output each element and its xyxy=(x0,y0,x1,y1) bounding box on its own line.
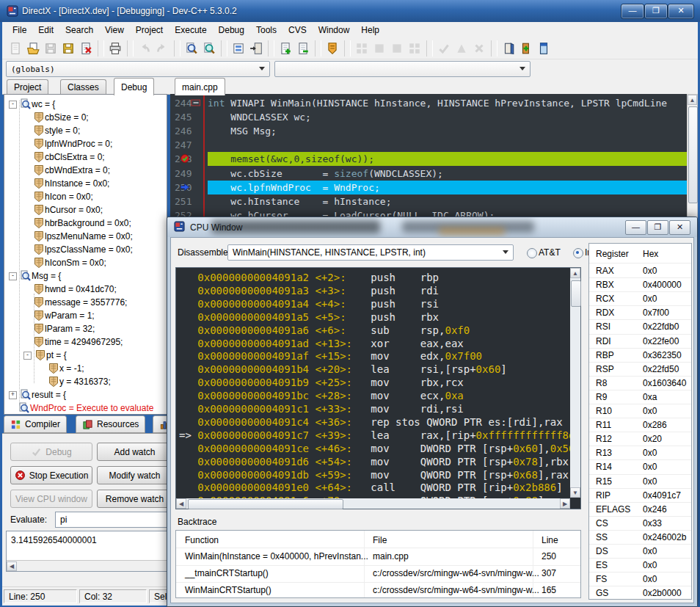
scroll-left-icon[interactable]: ◀ xyxy=(7,561,17,571)
menu-file[interactable]: File xyxy=(7,23,32,37)
watch-item[interactable]: cbSize = 0; xyxy=(23,111,89,124)
swap-editor-icon[interactable] xyxy=(247,40,265,57)
minimize-button[interactable]: — xyxy=(621,4,644,19)
maximize-button[interactable]: ❐ xyxy=(644,4,668,19)
backtrace-table[interactable]: FunctionFileLineWinMain(hInstance = 0x40… xyxy=(175,530,581,598)
watch-item[interactable]: lParam = 32; xyxy=(23,322,95,335)
menu-project[interactable]: Project xyxy=(130,23,169,37)
disasm-address: 0x00000000004091ad <+13>: xyxy=(197,338,371,349)
register-value: 0x2b0000 xyxy=(643,588,682,598)
breakpoint-icon[interactable] xyxy=(180,153,190,166)
register-name: R10 xyxy=(596,406,612,416)
disasm-operand: rsp, xyxy=(420,324,445,336)
menu-edit[interactable]: Edit xyxy=(32,23,59,37)
scroll-left-icon[interactable]: ◀ xyxy=(176,498,186,509)
new-window-icon[interactable] xyxy=(535,40,553,57)
watch-item[interactable]: time = 4294967295; xyxy=(23,335,123,349)
print-icon[interactable] xyxy=(106,40,124,57)
save-all-icon[interactable] xyxy=(59,40,77,57)
evaluate-result-box[interactable]: 3.1415926540000001 ◀ xyxy=(6,531,172,572)
disasm-vscrollbar[interactable]: ▲ ▼ xyxy=(570,268,580,498)
cpu-minimize-button[interactable]: — xyxy=(625,220,646,235)
radio-intel[interactable] xyxy=(573,248,583,258)
menu-cvs[interactable]: CVS xyxy=(282,23,313,37)
close-project-icon[interactable] xyxy=(500,40,517,57)
result-hscrollbar[interactable]: ◀ xyxy=(7,560,172,571)
remove-watch-icon[interactable] xyxy=(294,40,312,57)
collapse-icon[interactable]: - xyxy=(23,352,32,360)
disasm-vscroll-thumb[interactable] xyxy=(571,280,581,307)
disasm-hscrollbar[interactable]: ◀ ▶ xyxy=(176,498,570,509)
open-file-icon[interactable] xyxy=(24,40,42,57)
editor-vscroll-thumb[interactable] xyxy=(688,106,698,203)
watch-item[interactable]: +result = { xyxy=(9,388,66,401)
radio-att[interactable] xyxy=(527,248,537,258)
watch-item[interactable]: hInstance = 0x0; xyxy=(23,177,109,190)
collapse-icon[interactable]: - xyxy=(9,101,17,109)
tab-classes[interactable]: Classes xyxy=(60,79,106,95)
current-line-arrow-icon[interactable] xyxy=(180,182,190,195)
watch-item[interactable]: cbWndExtra = 0; xyxy=(23,164,110,177)
debug-shield-icon[interactable] xyxy=(324,40,341,57)
disassembly-view[interactable]: 0x00000000004091a2 <+2>: push rbp 0x0000… xyxy=(175,267,581,509)
menu-help[interactable]: Help xyxy=(355,23,385,37)
disasm-line: 0x00000000004091a2 <+2>: push rbp xyxy=(179,271,439,284)
expand-icon[interactable]: + xyxy=(9,391,17,399)
cpu-titlebar[interactable]: CPU Window —❐✕ xyxy=(167,217,697,237)
tab-project[interactable]: Project xyxy=(7,79,48,95)
close-button[interactable]: ✕ xyxy=(668,4,694,19)
watch-item[interactable]: cbClsExtra = 0; xyxy=(23,150,105,164)
scroll-right-icon[interactable]: ▶ xyxy=(560,498,570,509)
watch-item[interactable]: hbrBackground = 0x0; xyxy=(23,217,131,230)
watch-item[interactable]: x = -1; xyxy=(38,362,84,375)
tab-compiler[interactable]: Compiler xyxy=(4,415,67,433)
function-combobox[interactable]: WinMain(HINSTANCE, HINSTANCE, LPSTR, int… xyxy=(227,244,514,261)
watch-item[interactable]: -Msg = { xyxy=(9,269,61,283)
cpu-close-button[interactable]: ✕ xyxy=(669,220,690,235)
add-watch-button[interactable]: Add watch xyxy=(97,443,172,461)
evaluate-input[interactable]: pi xyxy=(55,512,172,528)
stop-execution-button[interactable]: Stop Execution xyxy=(10,466,92,484)
menu-search[interactable]: Search xyxy=(59,23,99,37)
watch-item[interactable]: hwnd = 0x41dc70; xyxy=(23,283,117,296)
menu-view[interactable]: View xyxy=(99,23,130,37)
watch-item[interactable]: hCursor = 0x0; xyxy=(23,203,103,217)
disasm-hscroll-thumb[interactable] xyxy=(188,499,343,509)
open-project-icon[interactable] xyxy=(517,40,535,57)
scroll-up-icon[interactable]: ▲ xyxy=(688,95,697,105)
replace-icon[interactable] xyxy=(200,40,218,57)
watch-item[interactable]: lpszMenuName = 0x0; xyxy=(23,230,133,243)
watch-item[interactable]: lpszClassName = 0x0; xyxy=(23,243,133,256)
scroll-up-icon[interactable]: ▲ xyxy=(570,268,580,278)
add-watch-icon[interactable] xyxy=(277,40,294,57)
tab-debug[interactable]: Debug xyxy=(114,78,154,95)
collapse-icon[interactable]: - xyxy=(9,272,17,280)
menu-window[interactable]: Window xyxy=(313,23,356,37)
watch-item[interactable]: style = 0; xyxy=(23,124,80,137)
watch-item[interactable]: hIconSm = 0x0; xyxy=(23,256,106,269)
menu-debug[interactable]: Debug xyxy=(213,23,250,37)
remove-watch-button[interactable]: Remove watch xyxy=(97,490,172,508)
watch-item[interactable]: message = 3557776; xyxy=(23,296,127,309)
menu-tools[interactable]: Tools xyxy=(250,23,282,37)
watch-item[interactable]: hIcon = 0x0; xyxy=(23,190,93,203)
watch-item[interactable]: -pt = { xyxy=(23,349,67,362)
debug-watch-tree[interactable]: -wc = {cbSize = 0;style = 0;lpfnWndProc … xyxy=(4,94,167,415)
menu-execute[interactable]: Execute xyxy=(169,23,212,37)
watch-item[interactable]: lpfnWndProc = 0; xyxy=(23,137,112,150)
tab-main-cpp[interactable]: main.cpp xyxy=(175,78,225,95)
globals-combobox[interactable]: (globals) xyxy=(6,61,270,77)
registers-table[interactable]: RegisterHexRAX0x0RBX0x400000RCX0x0RDX0x7… xyxy=(588,243,692,600)
modify-watch-button[interactable]: Modify watch xyxy=(97,466,172,484)
close-file-icon[interactable] xyxy=(77,40,95,57)
watch-item[interactable]: wParam = 1; xyxy=(23,309,95,322)
members-combobox[interactable] xyxy=(274,61,531,77)
watch-item[interactable]: -wc = { xyxy=(9,98,55,111)
watch-item[interactable]: y = 4316373; xyxy=(38,375,111,388)
scroll-down-icon[interactable]: ▼ xyxy=(570,487,580,498)
cpu-maximize-button[interactable]: ❐ xyxy=(647,220,668,235)
goto-line-icon[interactable] xyxy=(230,40,247,57)
find-icon[interactable] xyxy=(183,40,200,57)
tab-resources[interactable]: Resources xyxy=(76,415,145,433)
watch-item[interactable]: WndProc = Execute to evaluate xyxy=(9,401,153,415)
